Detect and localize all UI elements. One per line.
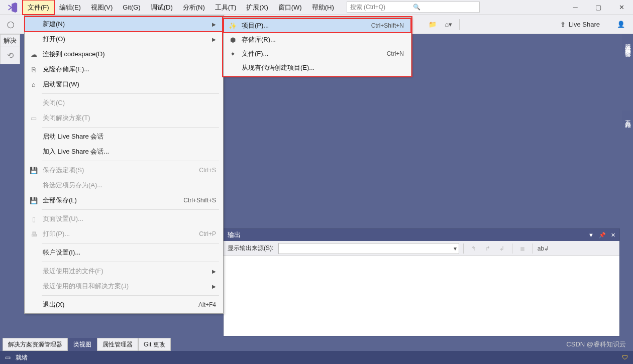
file-menu-item-24[interactable]: 退出(X)Alt+F4 (25, 297, 223, 312)
submenu-item-icon: ✨ (227, 22, 239, 30)
menu-item-label: 将选定项另存为(A)... (40, 181, 216, 190)
submenu-item-label: 文件(F)... (239, 49, 387, 58)
output-title-bar: 输出 ▼ 📌 ✕ (224, 229, 619, 241)
prev-icon[interactable]: ↰ (468, 243, 480, 254)
close-pane-icon[interactable]: ✕ (611, 232, 615, 238)
new-submenu-item-1[interactable]: ⬢存储库(R)... (224, 33, 411, 47)
nav-back-panel[interactable]: ⟲ (0, 47, 20, 64)
file-menu-item-17: 🖶打印(P)...Ctrl+P (25, 226, 223, 241)
menu-item-shortcut: Ctrl+P (199, 230, 216, 237)
menu-item-label: 全部保存(L) (40, 196, 183, 205)
menu-file[interactable]: 文件(F) (23, 0, 54, 15)
menu-help[interactable]: 帮助(H) (307, 0, 339, 15)
chevron-right-icon: ▶ (212, 269, 216, 274)
menu-ext[interactable]: 扩展(X) (241, 0, 273, 15)
chevron-right-icon: ▶ (212, 37, 216, 42)
file-menu-item-9[interactable]: 启动 Live Share 会话 (25, 129, 223, 144)
file-menu-item-6: 关闭(C) (25, 95, 223, 110)
watermark: CSDN @睿科知识云 (566, 340, 626, 349)
btab-property-manager[interactable]: 属性管理器 (97, 338, 138, 351)
menu-item-label: 帐户设置(I)... (40, 248, 216, 257)
submenu-item-icon: ✦ (227, 50, 239, 58)
menu-debug[interactable]: 调试(D) (146, 0, 178, 15)
file-menu-item-4[interactable]: ⌂启动窗口(W) (25, 77, 223, 92)
status-bar: ▭ 就绪 🛡 (0, 351, 633, 364)
share-icon: ⇪ (560, 21, 566, 28)
list-icon[interactable]: ≣ (516, 243, 529, 254)
file-menu-item-12: 💾保存选定项(S)Ctrl+S (25, 163, 223, 178)
menu-item-label: 克隆存储库(E)... (40, 65, 216, 74)
menu-git[interactable]: Git(G) (118, 0, 145, 15)
separator (42, 262, 219, 262)
toolbox-tab[interactable]: 工具箱 (622, 110, 633, 124)
separator (42, 243, 219, 244)
new-submenu: ✨项目(P)...Ctrl+Shift+N⬢存储库(R)...✦文件(F)...… (223, 17, 411, 76)
file-menu-item-7: ▭关闭解决方案(T) (25, 110, 223, 126)
back-arrow-icon: ⟲ (7, 51, 14, 60)
wrap-icon[interactable]: ab↲ (537, 243, 549, 254)
search-icon: 🔍 (413, 4, 476, 11)
file-menu-item-2[interactable]: ☁连接到 codespace(D) (25, 47, 223, 62)
search-input[interactable]: 搜索 (Ctrl+Q) 🔍 (347, 2, 480, 13)
new-submenu-item-2[interactable]: ✦文件(F)...Ctrl+N (224, 47, 411, 61)
file-menu-item-13: 将选定项另存为(A)... (25, 178, 223, 193)
server-explorer-tab[interactable]: 服务器资源管理器 (622, 34, 633, 52)
nav-back-icon[interactable]: ◯ (4, 19, 17, 31)
btab-class-view[interactable]: 类视图 (68, 338, 97, 351)
submenu-item-shortcut: Ctrl+Shift+N (371, 22, 404, 29)
output-title: 输出 (228, 230, 241, 239)
menu-edit[interactable]: 编辑(E) (54, 0, 86, 15)
vs-logo-icon (3, 0, 23, 15)
live-share-button[interactable]: ⇪ Live Share (555, 21, 605, 28)
output-pane: 输出 ▼ 📌 ✕ 显示输出来源(S): ▾ ↰ ↱ ↲ ≣ ab↲ (223, 228, 620, 336)
account-icon[interactable]: 👤 (613, 21, 629, 28)
file-menu-item-3[interactable]: ⎘克隆存储库(E)... (25, 62, 223, 77)
btab-git-changes[interactable]: Git 更改 (138, 338, 171, 351)
menu-window[interactable]: 窗口(W) (273, 0, 307, 15)
window-options-icon[interactable]: ▼ (588, 232, 594, 238)
maximize-button[interactable]: ▢ (587, 1, 610, 15)
new-submenu-item-0[interactable]: ✨项目(P)...Ctrl+Shift+N (224, 19, 411, 33)
status-text: 就绪 (16, 353, 28, 362)
menu-item-label: 页面设置(U)... (40, 214, 216, 223)
separator (42, 93, 219, 94)
next-icon[interactable]: ↱ (482, 243, 494, 254)
menu-analyze[interactable]: 分析(N) (178, 0, 210, 15)
menu-item-label: 关闭(C) (40, 98, 216, 107)
menu-item-icon: 💾 (28, 167, 40, 174)
submenu-item-shortcut: Ctrl+N (387, 50, 404, 57)
bottom-tool-tabs: 解决方案资源管理器 类视图 属性管理器 Git 更改 (3, 338, 171, 351)
close-button[interactable]: ✕ (610, 1, 633, 15)
file-menu-item-14[interactable]: 💾全部保存(L)Ctrl+Shift+S (25, 193, 223, 208)
menu-view[interactable]: 视图(V) (86, 0, 118, 15)
clear-icon[interactable]: ↲ (496, 243, 508, 254)
output-toolbar: 显示输出来源(S): ▾ ↰ ↱ ↲ ≣ ab↲ (224, 241, 619, 256)
menu-item-label: 退出(X) (40, 300, 198, 309)
solution-explorer-tab[interactable]: 解决 (0, 34, 20, 47)
output-body[interactable] (224, 256, 619, 336)
menu-item-label: 新建(N) (40, 20, 208, 29)
minimize-button[interactable]: ─ (564, 1, 587, 15)
file-menu-item-1[interactable]: 打开(O)▶ (25, 32, 223, 47)
output-source-label: 显示输出来源(S): (228, 244, 273, 253)
pin-icon[interactable]: 📌 (599, 232, 606, 238)
menu-item-shortcut: Ctrl+Shift+S (183, 197, 216, 204)
separator (459, 19, 460, 30)
find-in-files-icon[interactable]: 📁 (426, 19, 439, 31)
btab-solution-explorer[interactable]: 解决方案资源管理器 (3, 338, 68, 351)
new-submenu-item-3[interactable]: 从现有代码创建项目(E)... (224, 61, 411, 75)
status-icon: ▭ (5, 354, 11, 361)
menubar: 文件(F) 编辑(E) 视图(V) Git(G) 调试(D) 分析(N) 工具(… (0, 0, 633, 15)
file-menu-item-0[interactable]: 新建(N)▶ (25, 17, 223, 32)
menu-tools[interactable]: 工具(T) (210, 0, 242, 15)
menu-item-icon: ▭ (28, 114, 40, 122)
menu-item-label: 关闭解决方案(T) (40, 113, 216, 123)
separator (42, 161, 219, 161)
menu-item-label: 启动 Live Share 会话 (40, 132, 216, 141)
home-icon[interactable]: ⌂▾ (442, 19, 455, 31)
file-menu-item-19[interactable]: 帐户设置(I)... (25, 245, 223, 260)
output-source-combo[interactable]: ▾ (278, 243, 459, 254)
file-menu-item-10[interactable]: 加入 Live Share 会话... (25, 144, 223, 159)
file-menu-item-21: 最近使用过的文件(F)▶ (25, 264, 223, 279)
menu-item-label: 启动窗口(W) (40, 80, 216, 89)
